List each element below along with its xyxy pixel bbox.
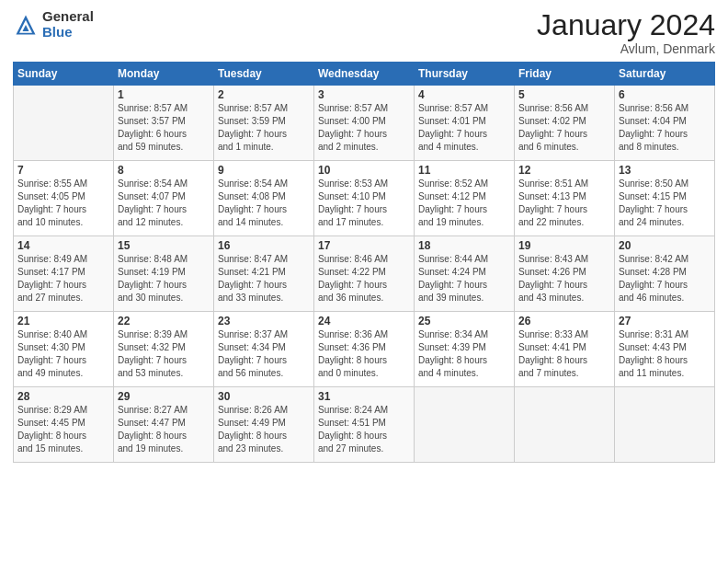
- day-cell: 9Sunrise: 8:54 AM Sunset: 4:08 PM Daylig…: [214, 161, 314, 236]
- day-number: 14: [17, 239, 109, 252]
- day-info: Sunrise: 8:36 AM Sunset: 4:36 PM Dayligh…: [318, 328, 410, 380]
- day-info: Sunrise: 8:24 AM Sunset: 4:51 PM Dayligh…: [318, 404, 410, 455]
- day-info: Sunrise: 8:27 AM Sunset: 4:47 PM Dayligh…: [118, 404, 210, 455]
- day-cell: 11Sunrise: 8:52 AM Sunset: 4:12 PM Dayli…: [415, 161, 515, 236]
- day-number: 28: [17, 390, 109, 403]
- day-cell: [14, 86, 114, 161]
- header: General Blue January 2024 Avlum, Denmark: [13, 9, 715, 56]
- main-container: General Blue January 2024 Avlum, Denmark…: [0, 0, 728, 563]
- day-cell: 20Sunrise: 8:42 AM Sunset: 4:28 PM Dayli…: [615, 236, 715, 312]
- week-row-5: 28Sunrise: 8:29 AM Sunset: 4:45 PM Dayli…: [14, 387, 715, 463]
- day-cell: 7Sunrise: 8:55 AM Sunset: 4:05 PM Daylig…: [14, 161, 114, 236]
- day-cell: 10Sunrise: 8:53 AM Sunset: 4:10 PM Dayli…: [314, 161, 415, 236]
- day-info: Sunrise: 8:54 AM Sunset: 4:07 PM Dayligh…: [118, 178, 210, 229]
- day-number: 26: [518, 315, 610, 327]
- day-number: 19: [518, 239, 610, 252]
- day-number: 10: [318, 164, 410, 177]
- day-cell: 16Sunrise: 8:47 AM Sunset: 4:21 PM Dayli…: [214, 236, 314, 312]
- day-number: 6: [619, 88, 711, 101]
- day-number: 11: [418, 164, 510, 177]
- col-header-wednesday: Wednesday: [314, 63, 415, 86]
- col-header-sunday: Sunday: [14, 63, 114, 86]
- day-number: 22: [118, 315, 210, 327]
- day-info: Sunrise: 8:46 AM Sunset: 4:22 PM Dayligh…: [318, 253, 410, 304]
- location-subtitle: Avlum, Denmark: [537, 41, 715, 56]
- day-info: Sunrise: 8:34 AM Sunset: 4:39 PM Dayligh…: [418, 328, 510, 380]
- day-info: Sunrise: 8:44 AM Sunset: 4:24 PM Dayligh…: [418, 253, 510, 304]
- week-row-4: 21Sunrise: 8:40 AM Sunset: 4:30 PM Dayli…: [14, 312, 715, 387]
- day-number: 4: [418, 88, 510, 101]
- day-cell: 27Sunrise: 8:31 AM Sunset: 4:43 PM Dayli…: [615, 312, 715, 387]
- logo-general: General: [42, 9, 94, 25]
- day-number: 3: [318, 88, 410, 101]
- day-cell: 21Sunrise: 8:40 AM Sunset: 4:30 PM Dayli…: [14, 312, 114, 387]
- week-row-3: 14Sunrise: 8:49 AM Sunset: 4:17 PM Dayli…: [14, 236, 715, 312]
- header-row: SundayMondayTuesdayWednesdayThursdayFrid…: [14, 63, 715, 86]
- day-info: Sunrise: 8:31 AM Sunset: 4:43 PM Dayligh…: [619, 328, 711, 380]
- day-info: Sunrise: 8:33 AM Sunset: 4:41 PM Dayligh…: [518, 328, 610, 380]
- day-cell: 1Sunrise: 8:57 AM Sunset: 3:57 PM Daylig…: [114, 86, 214, 161]
- day-cell: 8Sunrise: 8:54 AM Sunset: 4:07 PM Daylig…: [114, 161, 214, 236]
- day-cell: 25Sunrise: 8:34 AM Sunset: 4:39 PM Dayli…: [415, 312, 515, 387]
- week-row-1: 1Sunrise: 8:57 AM Sunset: 3:57 PM Daylig…: [14, 86, 715, 161]
- day-info: Sunrise: 8:57 AM Sunset: 3:59 PM Dayligh…: [218, 102, 310, 154]
- day-cell: 24Sunrise: 8:36 AM Sunset: 4:36 PM Dayli…: [314, 312, 415, 387]
- month-title: January 2024: [537, 9, 715, 41]
- day-number: 9: [218, 164, 310, 177]
- day-cell: 23Sunrise: 8:37 AM Sunset: 4:34 PM Dayli…: [214, 312, 314, 387]
- day-number: 13: [619, 164, 711, 177]
- day-info: Sunrise: 8:29 AM Sunset: 4:45 PM Dayligh…: [17, 404, 109, 455]
- col-header-friday: Friday: [515, 63, 615, 86]
- day-info: Sunrise: 8:57 AM Sunset: 4:01 PM Dayligh…: [418, 102, 510, 154]
- day-cell: [415, 387, 515, 463]
- week-row-2: 7Sunrise: 8:55 AM Sunset: 4:05 PM Daylig…: [14, 161, 715, 236]
- day-cell: 22Sunrise: 8:39 AM Sunset: 4:32 PM Dayli…: [114, 312, 214, 387]
- day-info: Sunrise: 8:49 AM Sunset: 4:17 PM Dayligh…: [17, 253, 109, 304]
- day-number: 24: [318, 315, 410, 327]
- day-info: Sunrise: 8:26 AM Sunset: 4:49 PM Dayligh…: [218, 404, 310, 455]
- day-info: Sunrise: 8:51 AM Sunset: 4:13 PM Dayligh…: [518, 178, 610, 229]
- day-info: Sunrise: 8:57 AM Sunset: 4:00 PM Dayligh…: [318, 102, 410, 154]
- day-number: 12: [518, 164, 610, 177]
- day-number: 29: [118, 390, 210, 403]
- day-info: Sunrise: 8:57 AM Sunset: 3:57 PM Dayligh…: [118, 102, 210, 154]
- day-cell: [615, 387, 715, 463]
- day-number: 21: [17, 315, 109, 327]
- day-info: Sunrise: 8:50 AM Sunset: 4:15 PM Dayligh…: [619, 178, 711, 229]
- day-cell: 28Sunrise: 8:29 AM Sunset: 4:45 PM Dayli…: [14, 387, 114, 463]
- day-info: Sunrise: 8:47 AM Sunset: 4:21 PM Dayligh…: [218, 253, 310, 304]
- calendar-table: SundayMondayTuesdayWednesdayThursdayFrid…: [13, 62, 715, 463]
- col-header-thursday: Thursday: [415, 63, 515, 86]
- day-info: Sunrise: 8:56 AM Sunset: 4:02 PM Dayligh…: [518, 102, 610, 154]
- col-header-saturday: Saturday: [615, 63, 715, 86]
- day-number: 18: [418, 239, 510, 252]
- day-number: 20: [619, 239, 711, 252]
- day-info: Sunrise: 8:52 AM Sunset: 4:12 PM Dayligh…: [418, 178, 510, 229]
- day-cell: 12Sunrise: 8:51 AM Sunset: 4:13 PM Dayli…: [515, 161, 615, 236]
- day-info: Sunrise: 8:56 AM Sunset: 4:04 PM Dayligh…: [619, 102, 711, 154]
- day-info: Sunrise: 8:40 AM Sunset: 4:30 PM Dayligh…: [17, 328, 109, 380]
- day-cell: 14Sunrise: 8:49 AM Sunset: 4:17 PM Dayli…: [14, 236, 114, 312]
- day-cell: 2Sunrise: 8:57 AM Sunset: 3:59 PM Daylig…: [214, 86, 314, 161]
- day-cell: 13Sunrise: 8:50 AM Sunset: 4:15 PM Dayli…: [615, 161, 715, 236]
- day-cell: 17Sunrise: 8:46 AM Sunset: 4:22 PM Dayli…: [314, 236, 415, 312]
- day-cell: 5Sunrise: 8:56 AM Sunset: 4:02 PM Daylig…: [515, 86, 615, 161]
- col-header-monday: Monday: [114, 63, 214, 86]
- day-number: 2: [218, 88, 310, 101]
- day-number: 31: [318, 390, 410, 403]
- day-cell: 31Sunrise: 8:24 AM Sunset: 4:51 PM Dayli…: [314, 387, 415, 463]
- day-cell: 18Sunrise: 8:44 AM Sunset: 4:24 PM Dayli…: [415, 236, 515, 312]
- day-info: Sunrise: 8:39 AM Sunset: 4:32 PM Dayligh…: [118, 328, 210, 380]
- day-number: 15: [118, 239, 210, 252]
- day-number: 30: [218, 390, 310, 403]
- day-cell: 30Sunrise: 8:26 AM Sunset: 4:49 PM Dayli…: [214, 387, 314, 463]
- logo-icon: [13, 12, 39, 38]
- day-number: 25: [418, 315, 510, 327]
- day-number: 27: [619, 315, 711, 327]
- day-cell: 4Sunrise: 8:57 AM Sunset: 4:01 PM Daylig…: [415, 86, 515, 161]
- title-block: January 2024 Avlum, Denmark: [537, 9, 715, 56]
- day-number: 8: [118, 164, 210, 177]
- day-cell: 29Sunrise: 8:27 AM Sunset: 4:47 PM Dayli…: [114, 387, 214, 463]
- day-number: 17: [318, 239, 410, 252]
- day-info: Sunrise: 8:53 AM Sunset: 4:10 PM Dayligh…: [318, 178, 410, 229]
